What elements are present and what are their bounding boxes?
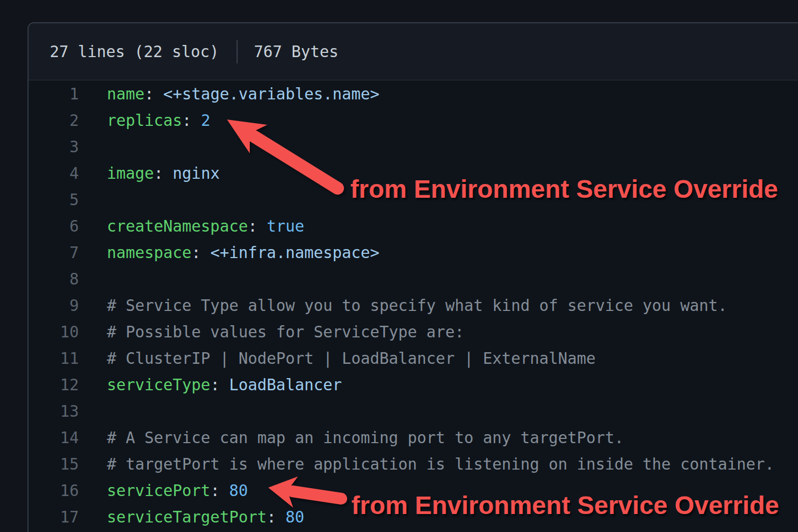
line-number[interactable]: 15 [29, 451, 79, 478]
page-background: 27 lines (22 sloc) 767 Bytes 1name: <+st… [0, 0, 798, 532]
code-token-key: createNamespace [107, 217, 248, 235]
file-panel: 27 lines (22 sloc) 767 Bytes 1name: <+st… [28, 22, 798, 532]
code-line-content: serviceTargetPort: 80 [79, 504, 304, 530]
code-line-content: # ClusterIP | NodePort | LoadBalancer | … [79, 345, 596, 372]
code-token-key: namespace [107, 244, 192, 262]
code-token-punc: : [248, 217, 267, 235]
code-line: 12serviceType: LoadBalancer [29, 372, 798, 398]
code-line-content: replicas: 2 [79, 107, 210, 134]
line-number[interactable]: 9 [29, 292, 79, 319]
line-number[interactable]: 2 [29, 107, 79, 134]
code-line: 10# Possible values for ServiceType are: [29, 319, 798, 345]
code-token-punc: : [210, 376, 229, 394]
code-line-content: # Possible values for ServiceType are: [79, 319, 464, 345]
line-number[interactable]: 11 [29, 345, 79, 372]
code-token-key: image [107, 164, 154, 182]
code-line-content [79, 187, 107, 213]
code-token-key: name [107, 85, 144, 103]
code-token-num: 80 [285, 508, 304, 526]
code-line: 8 [29, 266, 798, 292]
code-line-content [79, 398, 107, 425]
code-line: 6createNamespace: true [29, 213, 798, 240]
code-token-comment: # Service Type allow you to specify what… [107, 297, 727, 315]
code-token-comment: # Possible values for ServiceType are: [107, 323, 464, 341]
file-lines-info: 27 lines (22 sloc) [50, 43, 219, 61]
line-number[interactable]: 1 [29, 81, 79, 107]
code-line: 15# targetPort is where application is l… [29, 451, 798, 478]
code-line-content: serviceType: LoadBalancer [79, 372, 342, 398]
code-token-punc: : [144, 85, 164, 103]
header-divider [237, 40, 238, 63]
code-line-content: # targetPort is where application is lis… [79, 451, 774, 478]
code-line: 3 [29, 134, 798, 160]
code-token-punc: : [154, 164, 173, 182]
file-size-info: 767 Bytes [254, 43, 339, 61]
code-line: 9# Service Type allow you to specify wha… [29, 292, 798, 319]
line-number[interactable]: 10 [29, 319, 79, 345]
line-number[interactable]: 7 [29, 240, 79, 266]
code-token-key: replicas [107, 112, 182, 130]
code-token-comment: # ClusterIP | NodePort | LoadBalancer | … [107, 350, 596, 368]
line-number[interactable]: 16 [29, 478, 79, 504]
code-line: 1name: <+stage.variables.name> [29, 81, 798, 107]
line-number[interactable]: 14 [29, 425, 79, 451]
code-token-punc: : [182, 112, 201, 130]
code-token-punc: : [192, 244, 211, 262]
code-token-punc: : [267, 508, 286, 526]
file-header: 27 lines (22 sloc) 767 Bytes [29, 23, 798, 80]
line-number[interactable]: 12 [29, 372, 79, 398]
code-token-key: servicePort [107, 482, 210, 500]
code-token-bool: true [267, 217, 304, 235]
code-token-str: LoadBalancer [229, 376, 342, 394]
line-number[interactable]: 8 [29, 266, 79, 292]
code-viewer: 1name: <+stage.variables.name>2replicas:… [29, 80, 798, 530]
annotation-text-top: from Environment Service Override [350, 175, 778, 204]
code-line-content: image: nginx [79, 160, 220, 187]
code-line-content [79, 266, 107, 292]
code-line: 2replicas: 2 [29, 107, 798, 134]
code-token-key: serviceType [107, 376, 210, 394]
code-token-str: <+infra.namespace> [210, 244, 379, 262]
annotation-text-bottom: from Environment Service Override [351, 491, 779, 520]
code-line-content: namespace: <+infra.namespace> [79, 240, 379, 266]
code-line-content: servicePort: 80 [79, 478, 248, 504]
code-line-content: name: <+stage.variables.name> [79, 81, 379, 107]
line-number[interactable]: 6 [29, 213, 79, 240]
code-token-punc: : [210, 482, 229, 500]
line-number[interactable]: 4 [29, 160, 79, 187]
code-line: 14# A Service can map an incoming port t… [29, 425, 798, 451]
code-line: 7namespace: <+infra.namespace> [29, 240, 798, 266]
code-line: 13 [29, 398, 798, 425]
code-token-comment: # targetPort is where application is lis… [107, 455, 774, 473]
code-token-num: 80 [229, 482, 248, 500]
code-line-content: # A Service can map an incoming port to … [79, 425, 624, 451]
code-line-content: createNamespace: true [79, 213, 304, 240]
code-token-str: nginx [173, 164, 220, 182]
line-number[interactable]: 5 [29, 187, 79, 213]
line-number[interactable]: 3 [29, 134, 79, 160]
code-line: 11# ClusterIP | NodePort | LoadBalancer … [29, 345, 798, 372]
code-token-num: 2 [201, 112, 211, 130]
code-token-comment: # A Service can map an incoming port to … [107, 429, 624, 447]
code-line-content: # Service Type allow you to specify what… [79, 292, 727, 319]
code-token-key: serviceTargetPort [107, 508, 267, 526]
code-token-str: <+stage.variables.name> [164, 85, 380, 103]
line-number[interactable]: 17 [29, 504, 79, 530]
line-number[interactable]: 13 [29, 398, 79, 425]
code-line-content [79, 134, 107, 160]
